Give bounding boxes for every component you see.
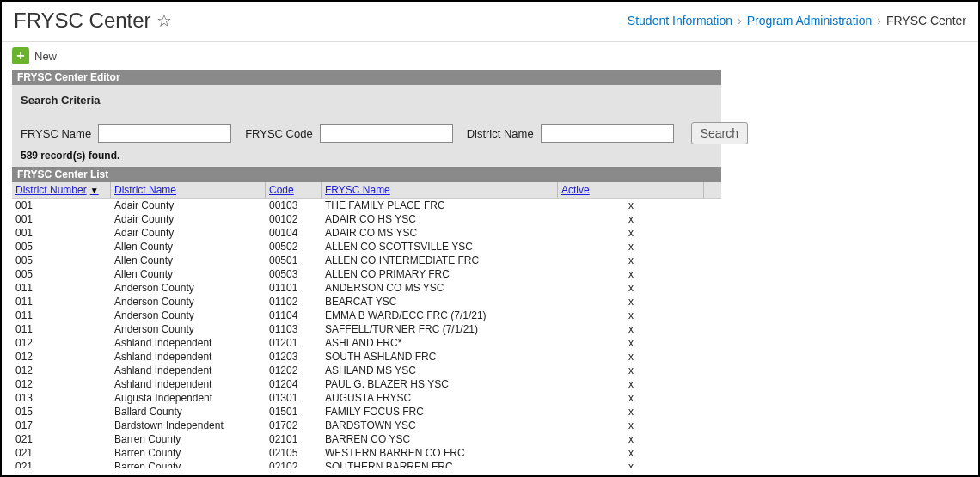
table-row[interactable]: 011Anderson County01102BEARCAT YSCx [12,295,721,309]
table-row[interactable]: 001Adair County00102ADAIR CO HS YSCx [12,212,721,226]
cell-district-number: 005 [12,254,111,267]
cell-active: x [558,419,704,432]
search-panel: Search Criteria FRYSC Name FRYSC Code Di… [12,85,721,167]
table-row[interactable]: 005Allen County00501ALLEN CO INTERMEDIAT… [12,254,721,267]
cell-district-name: Barren County [111,460,266,468]
cell-frysc-name: BARREN CO YSC [322,432,558,446]
frysc-code-input[interactable] [320,124,453,143]
cell-frysc-name: WESTERN BARREN CO FRC [322,446,558,460]
cell-district-name: Barren County [111,446,266,460]
breadcrumb-current: FRYSC Center [886,14,966,28]
cell-district-name: Allen County [111,267,266,281]
new-button[interactable]: New [34,50,57,63]
cell-district-name: Adair County [111,199,266,212]
cell-district-name: Augusta Independent [111,391,266,405]
cell-frysc-name: ALLEN CO INTERMEDIATE FRC [322,254,558,267]
col-active[interactable]: Active [558,182,704,198]
search-button[interactable]: Search [691,122,748,144]
cell-active: x [558,322,704,336]
cell-frysc-name: ASHLAND MS YSC [322,364,558,377]
star-icon[interactable]: ☆ [156,10,172,31]
breadcrumb-program-administration[interactable]: Program Administration [747,14,873,28]
table-row[interactable]: 012Ashland Independent01201ASHLAND FRC*x [12,336,721,350]
cell-code: 01203 [266,350,322,364]
list-header-row: District Number ▼ District Name Code FRY… [12,182,721,199]
cell-district-name: Adair County [111,226,266,240]
table-row[interactable]: 001Adair County00104ADAIR CO MS YSCx [12,226,721,240]
page-header: FRYSC Center ☆ Student Information › Pro… [2,2,978,42]
col-code[interactable]: Code [266,182,322,198]
district-name-label: District Name [467,127,534,140]
cell-active: x [558,254,704,267]
cell-active: x [558,364,704,377]
cell-district-name: Anderson County [111,281,266,295]
cell-frysc-name: EMMA B WARD/ECC FRC (7/1/21) [322,309,558,322]
cell-district-name: Ballard County [111,405,266,419]
table-row[interactable]: 012Ashland Independent01202ASHLAND MS YS… [12,364,721,377]
table-row[interactable]: 005Allen County00502ALLEN CO SCOTTSVILLE… [12,240,721,254]
table-row[interactable]: 021Barren County02101BARREN CO YSCx [12,432,721,446]
cell-district-number: 005 [12,267,111,281]
cell-district-name: Ashland Independent [111,336,266,350]
cell-district-name: Allen County [111,254,266,267]
table-row[interactable]: 017Bardstown Independent01702BARDSTOWN Y… [12,419,721,432]
plus-icon[interactable]: + [12,47,29,64]
cell-code: 00103 [266,199,322,212]
cell-frysc-name: BARDSTOWN YSC [322,419,558,432]
table-row[interactable]: 015Ballard County01501FAMILY FOCUS FRCx [12,405,721,419]
table-row[interactable]: 001Adair County00103THE FAMILY PLACE FRC… [12,199,721,212]
cell-frysc-name: THE FAMILY PLACE FRC [322,199,558,212]
frysc-name-input[interactable] [98,124,231,143]
cell-code: 00104 [266,226,322,240]
cell-code: 01104 [266,309,322,322]
cell-code: 01101 [266,281,322,295]
cell-district-name: Anderson County [111,322,266,336]
table-row[interactable]: 012Ashland Independent01203SOUTH ASHLAND… [12,350,721,364]
cell-district-name: Bardstown Independent [111,419,266,432]
table-row[interactable]: 011Anderson County01101ANDERSON CO MS YS… [12,281,721,295]
cell-district-number: 021 [12,432,111,446]
table-row[interactable]: 021Barren County02105WESTERN BARREN CO F… [12,446,721,460]
cell-frysc-name: ASHLAND FRC* [322,336,558,350]
table-row[interactable]: 011Anderson County01103SAFFELL/TURNER FR… [12,322,721,336]
cell-active: x [558,281,704,295]
cell-district-number: 012 [12,336,111,350]
editor-section-bar: FRYSC Center Editor [12,70,721,85]
cell-district-number: 011 [12,322,111,336]
col-district-name[interactable]: District Name [111,182,266,198]
cell-district-number: 012 [12,377,111,391]
col-frysc-name[interactable]: FRYSC Name [322,182,558,198]
cell-active: x [558,460,704,468]
cell-district-number: 012 [12,350,111,364]
table-row[interactable]: 012Ashland Independent01204PAUL G. BLAZE… [12,377,721,391]
cell-code: 01102 [266,295,322,309]
cell-district-number: 017 [12,419,111,432]
toolbar: + New [2,42,978,70]
table-row[interactable]: 021Barren County02102SOUTHERN BARREN FRC… [12,460,721,468]
list-body[interactable]: 001Adair County00103THE FAMILY PLACE FRC… [12,199,721,468]
cell-active: x [558,199,704,212]
frysc-code-label: FRYSC Code [245,127,313,140]
district-name-input[interactable] [541,124,674,143]
cell-district-name: Adair County [111,212,266,226]
cell-frysc-name: ALLEN CO PRIMARY FRC [322,267,558,281]
cell-active: x [558,391,704,405]
cell-code: 00503 [266,267,322,281]
table-row[interactable]: 011Anderson County01104EMMA B WARD/ECC F… [12,309,721,322]
table-row[interactable]: 013Augusta Independent01301AUGUSTA FRYSC… [12,391,721,405]
cell-district-name: Anderson County [111,309,266,322]
breadcrumb: Student Information › Program Administra… [628,14,966,28]
cell-code: 00102 [266,212,322,226]
cell-code: 01702 [266,419,322,432]
cell-district-number: 021 [12,446,111,460]
chevron-right-icon: › [877,14,881,28]
cell-code: 01204 [266,377,322,391]
table-row[interactable]: 005Allen County00503ALLEN CO PRIMARY FRC… [12,267,721,281]
cell-district-name: Ashland Independent [111,377,266,391]
cell-code: 01301 [266,391,322,405]
breadcrumb-student-information[interactable]: Student Information [628,14,732,28]
cell-district-number: 005 [12,240,111,254]
cell-code: 01501 [266,405,322,419]
cell-frysc-name: ALLEN CO SCOTTSVILLE YSC [322,240,558,254]
col-district-number[interactable]: District Number ▼ [12,182,111,198]
